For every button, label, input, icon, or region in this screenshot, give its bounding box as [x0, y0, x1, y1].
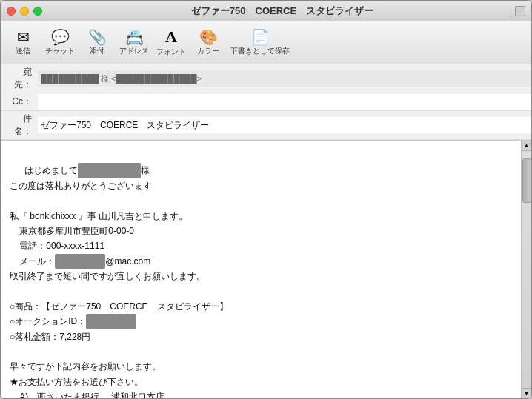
resize-button[interactable]	[515, 6, 525, 16]
attach-icon: 📎	[88, 30, 107, 44]
scrollbar: ▲ ▼	[521, 141, 531, 398]
chat-label: チャット	[45, 46, 75, 56]
color-label: カラー	[197, 46, 219, 56]
attach-button[interactable]: 📎 添付	[82, 30, 112, 56]
draft-icon: 📄	[251, 30, 270, 44]
scroll-down-button[interactable]: ▼	[522, 388, 532, 398]
maximize-button[interactable]	[33, 7, 42, 16]
scroll-track	[522, 151, 531, 388]
body-content[interactable]: はじめまして██████████様 この度は落札ありがとうございます 私『 bo…	[1, 141, 521, 398]
draft-button[interactable]: 📄 下書きとして保存	[230, 30, 290, 56]
recipient-name-blurred: ██████████	[78, 163, 141, 178]
cc-row: Cc：	[1, 93, 531, 111]
email-blurred: ████████	[55, 254, 105, 269]
send-button[interactable]: ✉ 送信	[8, 30, 38, 56]
scroll-thumb[interactable]	[522, 158, 531, 203]
send-label: 送信	[16, 46, 30, 56]
draft-label: 下書きとして保存	[230, 46, 290, 56]
window-title: ゼファー750 COERCE スタビライザー	[50, 4, 515, 18]
to-row: 宛先：	[1, 64, 531, 93]
chat-icon: 💬	[51, 30, 70, 44]
auction-id-blurred: ████████	[86, 314, 136, 329]
toolbar: ✉ 送信 💬 チャット 📎 添付 📇 アドレス A フォント 🎨 カラー 📄 下…	[1, 21, 531, 64]
font-button[interactable]: A フォント	[156, 29, 186, 57]
font-label: フォント	[156, 47, 186, 57]
attach-label: 添付	[90, 46, 104, 56]
font-icon: A	[165, 29, 177, 45]
header-fields: 宛先： Cc： 件名：	[1, 64, 531, 141]
title-bar: ゼファー750 COERCE スタビライザー	[1, 1, 531, 21]
color-icon: 🎨	[199, 30, 218, 44]
send-icon: ✉	[17, 30, 30, 44]
minimize-button[interactable]	[20, 7, 29, 16]
color-button[interactable]: 🎨 カラー	[193, 30, 223, 56]
subject-field[interactable]	[38, 117, 531, 133]
close-button[interactable]	[7, 7, 16, 16]
cc-label: Cc：	[1, 94, 38, 110]
to-label: 宛先：	[1, 64, 38, 93]
address-icon: 📇	[125, 30, 144, 44]
scroll-up-button[interactable]: ▲	[522, 141, 532, 151]
subject-row: 件名：	[1, 111, 531, 140]
window-controls	[7, 7, 42, 16]
to-field[interactable]	[38, 70, 531, 87]
subject-label: 件名：	[1, 111, 38, 139]
address-button[interactable]: 📇 アドレス	[119, 30, 149, 56]
body-text-content: はじめまして██████████様 この度は落札ありがとうございます 私『 bo…	[10, 165, 228, 398]
cc-field[interactable]	[38, 94, 531, 110]
chat-button[interactable]: 💬 チャット	[45, 30, 75, 56]
address-label: アドレス	[119, 46, 149, 56]
main-window: ゼファー750 COERCE スタビライザー ✉ 送信 💬 チャット 📎 添付 …	[0, 0, 532, 399]
body-area: はじめまして██████████様 この度は落札ありがとうございます 私『 bo…	[1, 141, 531, 398]
